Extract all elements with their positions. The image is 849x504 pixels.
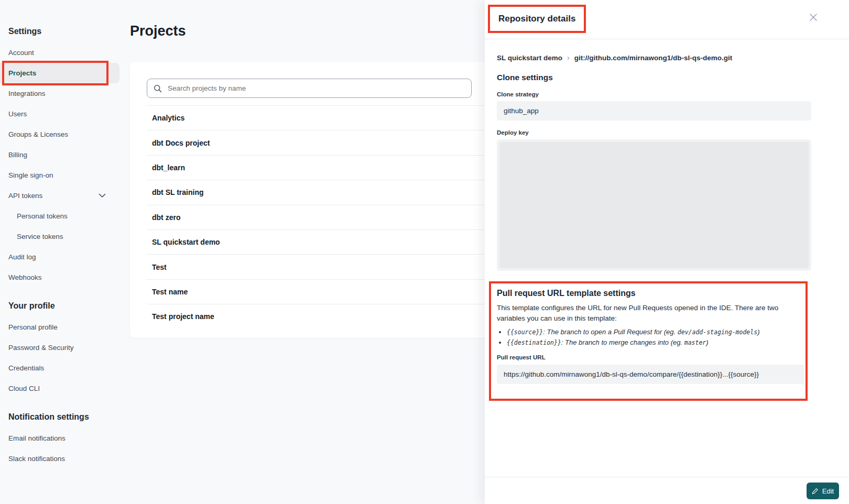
breadcrumb: SL quickstart demo › git://github.com/mi… bbox=[497, 53, 732, 62]
sidebar-item-billing[interactable]: Billing bbox=[0, 145, 119, 165]
sidebar-item-audit-log[interactable]: Audit log bbox=[0, 247, 119, 267]
search-icon bbox=[154, 84, 162, 93]
sidebar-item-integrations[interactable]: Integrations bbox=[0, 83, 119, 104]
pull-request-url-value: https://github.com/mirnawong1/db-sl-qs-d… bbox=[497, 365, 804, 384]
pr-variable-destination: {{destination}}: The branch to merge cha… bbox=[507, 337, 800, 348]
deploy-key-value bbox=[499, 142, 809, 268]
sidebar-item-personal-profile[interactable]: Personal profile bbox=[0, 317, 119, 337]
chevron-right-icon: › bbox=[567, 53, 570, 62]
search-input[interactable] bbox=[167, 79, 471, 97]
clone-strategy-value: github_app bbox=[497, 101, 811, 120]
settings-sidebar: Settings Account Projects Integrations U… bbox=[0, 0, 121, 504]
pull-request-url-label: Pull request URL bbox=[497, 354, 800, 360]
annotation-box-repository-details: Repository details bbox=[488, 5, 586, 33]
sidebar-item-cloud-cli[interactable]: Cloud CLI bbox=[0, 378, 119, 399]
project-search[interactable] bbox=[147, 79, 472, 98]
sidebar-item-account[interactable]: Account bbox=[0, 42, 119, 63]
deploy-key-field bbox=[497, 139, 811, 271]
sidebar-item-slack-notifications[interactable]: Slack notifications bbox=[0, 448, 119, 469]
pr-variable-list: {{source}}: The branch to open a Pull Re… bbox=[497, 327, 800, 348]
chevron-down-icon bbox=[99, 193, 106, 198]
edit-button-label: Edit bbox=[822, 487, 834, 495]
sidebar-heading-notification-settings: Notification settings bbox=[8, 411, 121, 423]
panel-title: Repository details bbox=[490, 7, 584, 31]
panel-footer: Edit bbox=[485, 477, 849, 504]
pencil-icon bbox=[812, 488, 819, 495]
pr-variable-source: {{source}}: The branch to open a Pull Re… bbox=[507, 327, 800, 337]
repository-details-panel: Repository details SL quickstart demo › … bbox=[485, 0, 849, 504]
settings-nav: Account Projects Integrations Users Grou… bbox=[0, 42, 121, 288]
deploy-key-label: Deploy key bbox=[497, 129, 529, 136]
sidebar-item-users[interactable]: Users bbox=[0, 104, 119, 124]
panel-header: Repository details bbox=[485, 0, 849, 39]
sidebar-item-single-sign-on[interactable]: Single sign-on bbox=[0, 165, 119, 185]
annotation-box-pr-settings: Pull request URL template settings This … bbox=[489, 281, 808, 401]
sidebar-item-email-notifications[interactable]: Email notifications bbox=[0, 428, 119, 448]
sidebar-item-label: API tokens bbox=[8, 192, 42, 200]
breadcrumb-project[interactable]: SL quickstart demo bbox=[497, 54, 562, 62]
breadcrumb-repo-url: git://github.com/mirnawong1/db-sl-qs-dem… bbox=[574, 54, 732, 62]
sidebar-heading-settings: Settings bbox=[8, 26, 121, 37]
pr-settings-description: This template configures the URL for new… bbox=[497, 303, 800, 323]
sidebar-item-password-security[interactable]: Password & Security bbox=[0, 337, 119, 358]
sidebar-item-service-tokens[interactable]: Service tokens bbox=[0, 226, 119, 247]
pr-settings-heading: Pull request URL template settings bbox=[497, 289, 800, 298]
sidebar-item-projects[interactable]: Projects bbox=[0, 63, 119, 83]
clone-settings-heading: Clone settings bbox=[497, 73, 553, 82]
profile-nav: Personal profile Password & Security Cre… bbox=[0, 317, 121, 399]
sidebar-item-webhooks[interactable]: Webhooks bbox=[0, 267, 119, 288]
clone-strategy-label: Clone strategy bbox=[497, 91, 539, 97]
sidebar-item-personal-tokens[interactable]: Personal tokens bbox=[0, 206, 119, 226]
edit-button[interactable]: Edit bbox=[807, 483, 839, 499]
sidebar-item-credentials[interactable]: Credentials bbox=[0, 358, 119, 378]
close-icon[interactable] bbox=[809, 13, 818, 21]
page-title: Projects bbox=[130, 23, 186, 39]
sidebar-item-groups-licenses[interactable]: Groups & Licenses bbox=[0, 124, 119, 145]
sidebar-item-api-tokens[interactable]: API tokens bbox=[0, 185, 119, 206]
notifications-nav: Email notifications Slack notifications bbox=[0, 428, 121, 469]
sidebar-heading-your-profile: Your profile bbox=[8, 300, 121, 312]
sidebar-item-label: Projects bbox=[8, 69, 36, 77]
